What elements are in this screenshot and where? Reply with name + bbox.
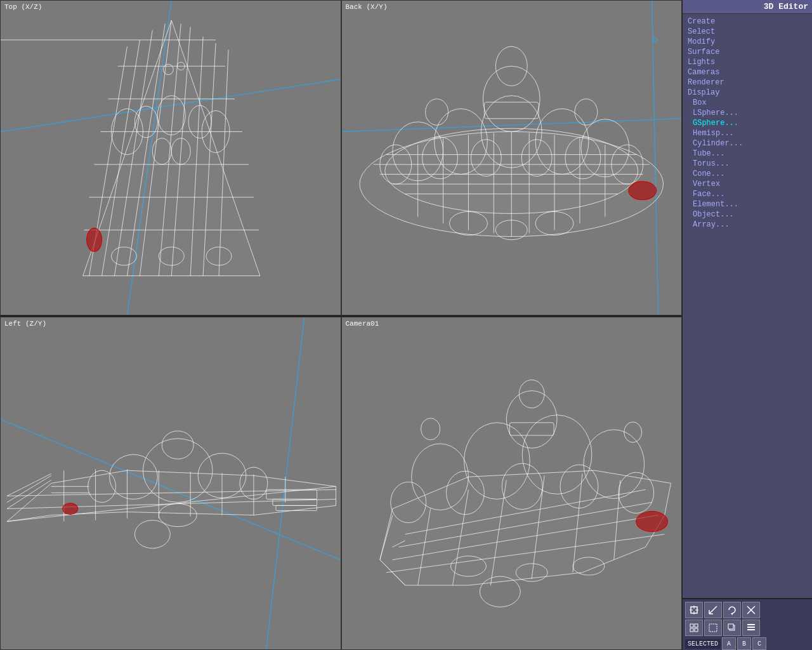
select-rect-button[interactable] [704, 620, 722, 636]
svg-rect-158 [747, 624, 755, 625]
menu-select[interactable]: Select [683, 27, 812, 37]
svg-line-143 [709, 606, 717, 614]
svg-point-133 [421, 418, 440, 440]
svg-rect-155 [728, 624, 733, 629]
menu-element[interactable]: Element... [683, 199, 812, 209]
svg-rect-157 [747, 629, 755, 630]
move-button[interactable] [685, 602, 703, 618]
svg-rect-153 [709, 624, 717, 632]
menu-object[interactable]: Object... [683, 209, 812, 220]
menu-array[interactable]: Array... [683, 220, 812, 230]
svg-marker-104 [379, 471, 671, 586]
panel-title: 3D Editor [683, 0, 812, 14]
menu-display[interactable]: Display [683, 88, 812, 98]
menu-renderer[interactable]: Renderer [683, 77, 812, 88]
svg-rect-156 [747, 627, 755, 628]
svg-point-98 [63, 503, 78, 515]
copy-button[interactable] [723, 620, 741, 636]
menu-lights[interactable]: Lights [683, 57, 812, 67]
menu-surface[interactable]: Surface [683, 47, 812, 57]
viewport-top-right[interactable]: Back (X/Y) [341, 0, 683, 315]
button-b[interactable]: B [737, 637, 751, 650]
toolbar-selected-row: SELECTED A B C [685, 637, 809, 650]
button-c[interactable]: C [752, 637, 766, 650]
toolbar-buttons-row-1 [685, 602, 809, 618]
bottom-viewport-row: Left (Z/Y) [0, 317, 682, 650]
svg-rect-152 [695, 628, 698, 632]
svg-point-70 [425, 99, 448, 125]
menu-tube[interactable]: Tube... [683, 149, 812, 159]
rotate-button[interactable] [723, 602, 741, 618]
viewport-bottom-left-svg [1, 317, 341, 649]
menu-cylinder[interactable]: Cylinder... [683, 138, 812, 149]
svg-point-30 [87, 228, 102, 251]
svg-point-97 [134, 521, 170, 548]
viewport-bottom-right-svg [342, 317, 682, 649]
svg-marker-2 [83, 20, 260, 276]
svg-point-66 [628, 182, 656, 200]
menu-gsphere[interactable]: GSphere... [683, 118, 812, 128]
right-panel: 3D Editor Create Select Modify Surface L… [682, 0, 812, 650]
viewport-bottom-right[interactable]: Camera01 [341, 317, 683, 650]
selected-label: SELECTED [685, 639, 721, 649]
bottom-toolbar: SELECTED A B C HOLD FETCH [683, 598, 812, 650]
viewport-top-right-svg [342, 1, 682, 315]
properties-button[interactable] [742, 620, 760, 636]
viewport-top-left[interactable]: Top (X/Z) [0, 0, 341, 315]
svg-point-132 [636, 512, 667, 532]
svg-point-71 [574, 99, 597, 125]
delete-button[interactable] [742, 602, 760, 618]
menu-cameras[interactable]: Cameras [683, 67, 812, 77]
menu-hemisp[interactable]: Hemisp... [683, 128, 812, 138]
toolbar-buttons-row-2 [685, 620, 809, 636]
svg-point-93 [162, 431, 193, 459]
svg-point-51 [483, 66, 540, 131]
svg-rect-149 [690, 624, 693, 627]
svg-rect-64 [484, 102, 539, 119]
svg-marker-75 [7, 471, 336, 522]
svg-rect-126 [509, 423, 554, 435]
svg-rect-151 [690, 628, 693, 632]
menu-face[interactable]: Face... [683, 189, 812, 199]
svg-rect-150 [695, 624, 698, 627]
menu-cone[interactable]: Cone... [683, 169, 812, 179]
snap-button[interactable] [685, 620, 703, 636]
menu-modify[interactable]: Modify [683, 37, 812, 47]
button-a[interactable]: A [722, 637, 736, 650]
menu-box[interactable]: Box [683, 98, 812, 108]
svg-point-116 [519, 380, 544, 408]
menu-create[interactable]: Create [683, 17, 812, 27]
scale-button[interactable] [704, 602, 722, 618]
menu-vertex[interactable]: Vertex [683, 179, 812, 189]
menu-section: Create Select Modify Surface Lights Came… [683, 14, 812, 230]
viewport-top-left-svg [1, 1, 341, 315]
viewport-bottom-left[interactable]: Left (Z/Y) [0, 317, 341, 650]
svg-point-72 [653, 38, 657, 42]
top-viewport-row: Top (X/Z) [0, 0, 682, 315]
svg-point-115 [506, 391, 557, 448]
svg-line-33 [652, 1, 658, 315]
menu-lsphere[interactable]: LSphere... [683, 108, 812, 118]
menu-torus[interactable]: Torus... [683, 159, 812, 169]
main-viewport-area: Top (X/Z) [0, 0, 682, 650]
svg-point-134 [624, 422, 641, 442]
panel-spacer [683, 230, 812, 598]
svg-marker-146 [731, 613, 733, 615]
